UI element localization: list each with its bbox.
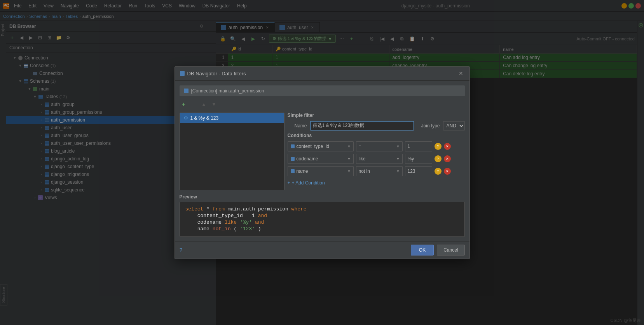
filter-down-button[interactable]: ▼ [210,100,218,109]
footer-buttons: OK Cancel [411,245,465,255]
modal-title: DB Navigator - Data filters [180,71,246,76]
cond-op-3-arrow: ▼ [396,169,400,173]
sql-like-val: '%y' [240,219,252,225]
condition-row-2: codename ▼ like ▼ ? ✕ [288,154,465,164]
cond-hint-3[interactable]: ? [435,168,442,175]
sql-line-2: content_type_id = 1 and [185,213,459,219]
simple-filter-title: Simple filter [288,113,465,118]
cond-val-2[interactable] [405,154,432,164]
simple-filter-panel: Simple filter Name Join type AND OR Cond… [288,113,465,190]
filter-remove-button[interactable]: – [190,100,198,109]
sql-from: from [213,206,225,212]
cond-op-2-arrow: ▼ [396,157,400,161]
modal-close-button[interactable]: ✕ [457,70,465,77]
sql-and-1: and [258,213,267,219]
sql-select: select [185,206,204,212]
svg-rect-56 [291,144,295,148]
svg-rect-54 [180,71,185,76]
preview-box: select * from main.auth_permission where… [180,202,465,237]
cond-hint-1[interactable]: ? [435,143,442,150]
sql-like: like [225,219,237,225]
cond-op-2-label: like [359,156,366,162]
cond-field-3-arrow: ▼ [347,169,351,173]
conn-info-icon [183,88,189,94]
modal-title-text: DB Navigator - Data filters [187,71,246,76]
svg-rect-55 [184,89,188,93]
conditions-title: Conditions [288,133,465,138]
cond-field-3[interactable]: name ▼ [288,166,354,176]
cond-val-3[interactable] [405,166,432,176]
sql-and-2: and [255,219,264,225]
sql-not-in-val: '123' [240,226,255,232]
sql-where: where [291,206,307,212]
cond-field-1-label: content_type_id [290,144,330,149]
cond-field-3-label: name [290,169,308,174]
condition-row-3: name ▼ not in ▼ ? ✕ [288,166,465,176]
preview-title: Preview [180,194,465,200]
cond-hint-2[interactable]: ? [435,155,442,162]
cond-op-3[interactable]: not in ▼ [356,166,403,176]
add-condition-button[interactable]: + + Add Condition [288,179,465,187]
filter-name-input[interactable] [310,121,414,130]
filter-list-panel: ⚙ 1 & %y & 123 [180,113,284,190]
cond-delete-3[interactable]: ✕ [444,168,451,175]
cond-op-1-arrow: ▼ [396,144,400,148]
sql-line-4: name not_in ( '123' ) [185,226,459,232]
condition-row-1: content_type_id ▼ = ▼ ? ✕ [288,141,465,151]
cond-op-3-label: not in [359,169,370,174]
cond-op-1[interactable]: = ▼ [356,141,403,151]
data-filters-modal: DB Navigator - Data filters ✕ [Connectio… [175,66,470,259]
sql-indent-2: codename [185,219,225,225]
sql-table: main.auth_permission [228,206,291,212]
sql-paren-open: ( [234,226,237,232]
filter-item-label: 1 & %y & 123 [190,115,219,121]
filter-name-row: Name Join type AND OR [288,121,465,130]
cond-field-1-arrow: ▼ [347,144,351,148]
cond-val-1[interactable] [405,141,432,151]
join-type-select[interactable]: AND OR [443,121,465,130]
filter-list-item[interactable]: ⚙ 1 & %y & 123 [180,113,284,123]
filter-toolbar: + – ▲ ▼ [180,100,465,109]
modal-title-icon [180,71,185,76]
filter-item-icon: ⚙ [184,115,188,121]
modal-footer: ? OK Cancel [175,242,469,259]
sql-line-3: codename like '%y' and [185,219,459,225]
ok-button[interactable]: OK [411,245,434,255]
modal-overlay: DB Navigator - Data filters ✕ [Connectio… [0,0,644,325]
filter-section: ⚙ 1 & %y & 123 Simple filter Name Join t… [180,113,465,190]
connection-info: [Connection] main.auth_permission [180,85,465,96]
sql-indent-3: name [185,226,213,232]
conn-info-text: [Connection] main.auth_permission [191,88,264,94]
cond-field-1[interactable]: content_type_id ▼ [288,141,354,151]
cond-field-2-arrow: ▼ [347,157,351,161]
cond-delete-1[interactable]: ✕ [444,143,451,150]
sql-indent-1: content_type_id = 1 [185,213,258,219]
cond-delete-2[interactable]: ✕ [444,155,451,162]
cond-field-2[interactable]: codename ▼ [288,154,354,164]
cancel-button[interactable]: Cancel [437,245,464,255]
add-condition-icon: + [288,180,290,186]
svg-rect-58 [291,169,295,173]
svg-rect-57 [291,157,295,161]
help-button[interactable]: ? [180,247,183,253]
cond-op-2[interactable]: like ▼ [356,154,403,164]
cond-op-1-label: = [359,144,361,149]
cond-field-2-label: codename [290,156,318,162]
filter-up-button[interactable]: ▲ [200,100,208,109]
join-type-label: Join type [421,123,440,129]
filter-name-label: Name [288,123,307,129]
sql-not-in: not_in [213,226,231,232]
sql-line-1: select * from main.auth_permission where [185,206,459,212]
modal-header: DB Navigator - Data filters ✕ [175,67,469,81]
filter-add-button[interactable]: + [180,100,188,109]
sql-paren-close: ) [258,226,261,232]
modal-body: [Connection] main.auth_permission + – ▲ … [175,81,469,242]
sql-star: * [206,206,213,212]
add-condition-label: + Add Condition [292,180,325,186]
